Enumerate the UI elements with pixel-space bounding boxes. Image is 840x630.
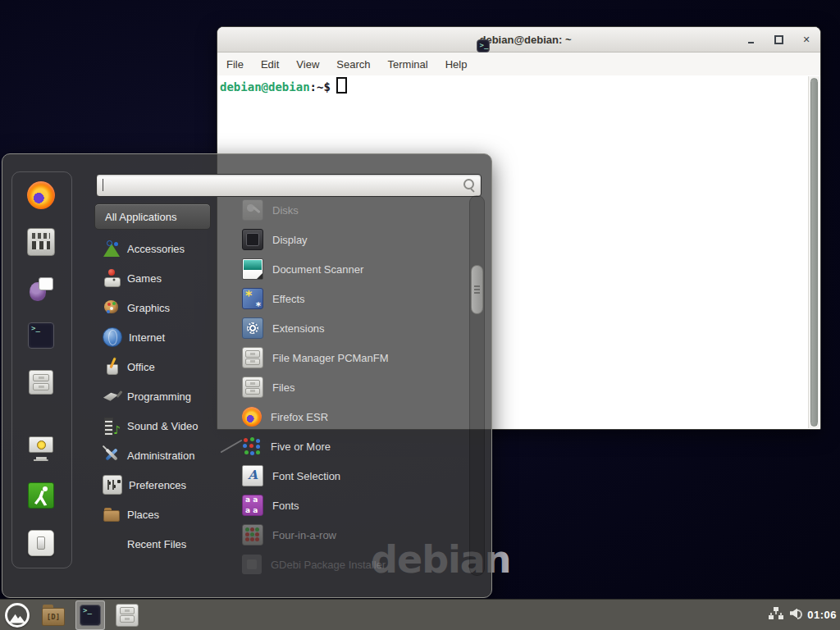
menu-app-document-scanner[interactable]: Document Scanner <box>232 254 460 284</box>
menu-category-office[interactable]: Office <box>94 352 227 381</box>
taskbar-file-manager-button[interactable] <box>39 601 67 629</box>
menu-app-gdebi-package-installer[interactable]: GDebi Package Installer <box>232 550 460 579</box>
menu-app-firefox-esr[interactable]: Firefox ESR <box>232 402 460 431</box>
application-label: Five or More <box>271 441 331 453</box>
preferences-icon <box>103 475 122 495</box>
cabinet-icon <box>242 377 263 398</box>
category-label: Games <box>127 272 162 285</box>
programming-icon <box>103 387 121 405</box>
taskbar-files-button[interactable] <box>113 601 141 629</box>
maximize-icon <box>774 35 783 44</box>
taskbar: 01:06 <box>0 599 840 630</box>
menu-logo-icon <box>5 603 30 628</box>
menu-category-administration[interactable]: Administration <box>94 441 227 470</box>
folder-d-icon <box>41 603 66 628</box>
category-label: Sound & Video <box>127 420 199 432</box>
terminal-menu-file[interactable]: File <box>226 58 244 71</box>
menu-app-effects[interactable]: Effects <box>232 284 460 313</box>
five-or-more-icon <box>242 436 262 456</box>
terminal-titlebar[interactable]: debian@debian: ~ ✕ <box>217 27 820 52</box>
menu-app-font-selection[interactable]: Font Selection <box>232 461 460 491</box>
search-icon <box>463 179 474 189</box>
session-log-out-button[interactable] <box>26 481 56 510</box>
menu-category-programming[interactable]: Programming <box>94 381 227 411</box>
sound-video-icon <box>103 417 121 435</box>
firefox-icon <box>27 181 55 209</box>
menu-app-file-manager-pcmanfm[interactable]: File Manager PCManFM <box>232 343 460 372</box>
cabinet-icon <box>29 370 53 395</box>
category-label: Programming <box>127 390 191 403</box>
session-shut-down-button[interactable] <box>26 528 56 558</box>
prompt-path: :~$ <box>310 80 331 94</box>
effects-icon <box>242 288 263 309</box>
office-icon <box>103 358 121 376</box>
menu-app-files[interactable]: Files <box>232 372 460 402</box>
prompt-user-host: debian@debian <box>220 80 310 94</box>
taskbar-clock[interactable]: 01:06 <box>807 609 837 621</box>
terminal-menu-view[interactable]: View <box>296 58 319 71</box>
menu-search-input[interactable] <box>102 176 459 194</box>
menu-app-extensions[interactable]: Extensions <box>232 313 460 343</box>
menu-category-all-applications[interactable]: All Applications <box>94 203 211 230</box>
category-icon-spacer <box>103 535 121 553</box>
menu-category-graphics[interactable]: Graphics <box>94 293 227 322</box>
minimize-icon <box>748 42 754 43</box>
tray-volume-button[interactable] <box>790 607 804 623</box>
places-icon <box>103 505 121 523</box>
favorite-firefox-button[interactable] <box>26 180 56 210</box>
menu-search-box[interactable] <box>96 174 482 197</box>
four-in-a-row-icon <box>242 524 263 546</box>
category-list: All ApplicationsAccessoriesGamesGraphics… <box>94 203 227 559</box>
application-label: Firefox ESR <box>271 411 328 423</box>
terminal-scrollbar[interactable] <box>808 76 819 428</box>
minimize-button[interactable] <box>745 33 756 46</box>
log-out-icon <box>28 482 54 509</box>
menu-app-four-in-a-row[interactable]: Four-in-a-row <box>232 520 460 550</box>
menu-category-recent-files[interactable]: Recent Files <box>94 529 227 559</box>
terminal-cursor <box>336 77 347 94</box>
close-button[interactable]: ✕ <box>801 33 812 46</box>
favorite-keyboard-button[interactable] <box>26 227 56 257</box>
application-list: DisksDisplayDocument ScannerEffectsExten… <box>232 195 460 579</box>
favorite-files-button[interactable] <box>26 368 56 397</box>
maximize-button[interactable] <box>773 33 784 46</box>
menu-scrollbar[interactable] <box>469 195 485 576</box>
menu-app-five-or-more[interactable]: Five or More <box>232 431 460 461</box>
terminal-menu-terminal[interactable]: Terminal <box>388 58 428 71</box>
category-label: Office <box>127 361 155 373</box>
menu-category-internet[interactable]: Internet <box>94 322 227 352</box>
display-icon <box>242 229 263 250</box>
tray-network-button[interactable] <box>769 607 783 623</box>
category-label: Preferences <box>129 479 186 491</box>
category-label: Internet <box>129 331 165 344</box>
menu-app-disks[interactable]: Disks <box>232 195 460 225</box>
font-selection-icon <box>242 465 263 486</box>
cabinet-icon <box>116 604 139 627</box>
favorite-terminal-button[interactable] <box>26 321 56 350</box>
session-lock-screen-button[interactable] <box>26 433 56 463</box>
desktop[interactable]: debian debian@debian: ~ ✕ FileEditViewSe… <box>0 0 840 630</box>
graphics-icon <box>103 299 121 317</box>
application-label: Disks <box>272 204 299 217</box>
internet-icon <box>103 327 122 347</box>
terminal-menu-help[interactable]: Help <box>445 58 468 71</box>
menu-category-preferences[interactable]: Preferences <box>94 470 227 500</box>
menu-app-display[interactable]: Display <box>232 225 460 254</box>
favorite-pidgin-button[interactable] <box>26 274 56 304</box>
menu-category-games[interactable]: Games <box>94 263 227 293</box>
terminal-dark-icon <box>80 605 101 626</box>
menu-category-accessories[interactable]: Accessories <box>94 234 227 263</box>
terminal-menu-search[interactable]: Search <box>336 58 370 71</box>
terminal-menu-edit[interactable]: Edit <box>261 58 279 71</box>
taskbar-menu-button[interactable] <box>3 601 31 629</box>
menu-category-places[interactable]: Places <box>94 500 227 529</box>
taskbar-terminal-button[interactable] <box>75 600 105 630</box>
application-label: Files <box>272 381 294 394</box>
menu-category-sound-video[interactable]: Sound & Video <box>94 411 227 441</box>
menu-app-fonts[interactable]: Fonts <box>232 491 460 520</box>
lock-screen-icon <box>28 435 54 461</box>
menu-scrollbar-thumb[interactable] <box>471 265 483 314</box>
system-tray <box>769 607 804 623</box>
terminal-scrollbar-thumb[interactable] <box>810 78 818 427</box>
favorites-group <box>11 180 71 397</box>
